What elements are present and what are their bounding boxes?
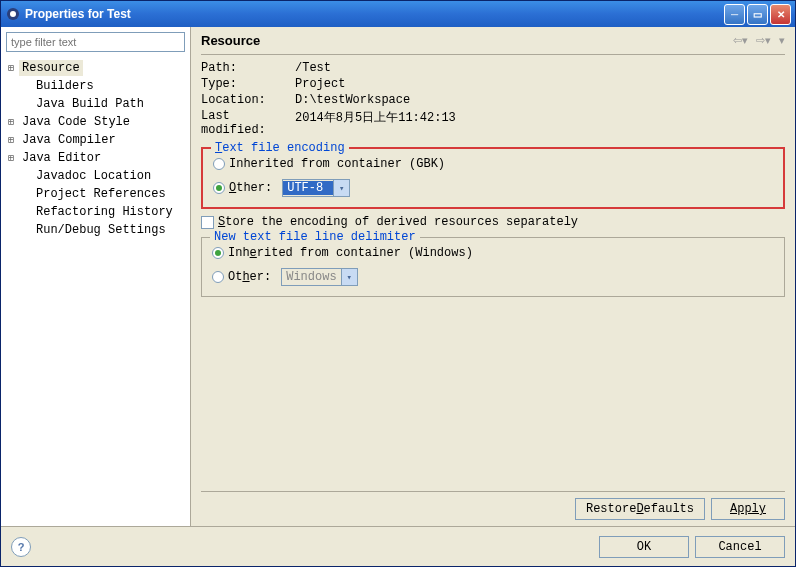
ok-button[interactable]: OK (599, 536, 689, 558)
tree-item[interactable]: ⊞Resource (5, 59, 186, 77)
back-icon[interactable]: ⇦▾ (733, 34, 748, 47)
menu-icon[interactable]: ▾ (779, 34, 785, 47)
encoding-value: UTF-8 (283, 181, 333, 195)
tree-item-label: Refactoring History (33, 204, 176, 220)
filter-input[interactable] (6, 32, 185, 52)
radio-icon[interactable] (213, 158, 225, 170)
tree-item-label: Java Build Path (33, 96, 147, 112)
encoding-group: Text file encoding Inherited from contai… (201, 147, 785, 209)
chevron-down-icon[interactable]: ▾ (333, 180, 349, 196)
restore-defaults-button[interactable]: Restore Defaults (575, 498, 705, 520)
tree-item[interactable]: ⊞Java Code Style (5, 113, 186, 131)
tree-item[interactable]: Builders (5, 77, 186, 95)
tree-item[interactable]: ⊞Java Compiler (5, 131, 186, 149)
properties: Path:/Test Type:Project Location:D:\test… (201, 61, 785, 139)
forward-icon[interactable]: ⇨▾ (756, 34, 771, 47)
radio-icon[interactable] (212, 247, 224, 259)
delimiter-other-label: Other: (228, 270, 271, 284)
help-icon[interactable]: ? (11, 537, 31, 557)
delimiter-legend: New text file line delimiter (210, 230, 420, 244)
tree-item[interactable]: Project References (5, 185, 186, 203)
cancel-button[interactable]: Cancel (695, 536, 785, 558)
tree-item-label: Project References (33, 186, 169, 202)
titlebar: Properties for Test ─ ▭ ✕ (1, 1, 795, 27)
delimiter-other-row[interactable]: Other: Windows ▾ (212, 268, 774, 286)
type-label: Type: (201, 77, 295, 91)
page-header: Resource ⇦▾ ⇨▾ ▾ (201, 33, 785, 55)
path-label: Path: (201, 61, 295, 75)
derived-label: Store the encoding of derived resources … (218, 215, 578, 229)
location-value: D:\testWorkspace (295, 93, 410, 107)
checkbox-icon[interactable] (201, 216, 214, 229)
expand-icon[interactable]: ⊞ (5, 116, 17, 128)
modified-label: Last modified: (201, 109, 295, 137)
button-row-top: Restore Defaults Apply (201, 491, 785, 526)
tree-item-label: Java Code Style (19, 114, 133, 130)
chevron-down-icon: ▾ (341, 269, 357, 285)
delimiter-combo: Windows ▾ (281, 268, 357, 286)
app-icon (5, 6, 21, 22)
left-pane: ⊞ResourceBuildersJava Build Path⊞Java Co… (1, 27, 191, 526)
tree-item-label: Resource (19, 60, 83, 76)
encoding-legend: Text file encoding (211, 141, 349, 155)
window-buttons: ─ ▭ ✕ (724, 4, 791, 25)
delimiter-value: Windows (282, 270, 340, 284)
encoding-other-row[interactable]: Other: UTF-8 ▾ (213, 179, 773, 197)
window: Properties for Test ─ ▭ ✕ ⊞ResourceBuild… (0, 0, 796, 567)
page-title: Resource (201, 33, 733, 48)
svg-point-1 (10, 11, 16, 17)
radio-icon[interactable] (212, 271, 224, 283)
apply-button[interactable]: Apply (711, 498, 785, 520)
maximize-button[interactable]: ▭ (747, 4, 768, 25)
tree-item-label: Java Editor (19, 150, 104, 166)
nav-tree: ⊞ResourceBuildersJava Build Path⊞Java Co… (1, 57, 190, 241)
derived-row[interactable]: Store the encoding of derived resources … (201, 215, 785, 229)
radio-icon[interactable] (213, 182, 225, 194)
footer: ? OK Cancel (1, 526, 795, 566)
tree-item-label: Javadoc Location (33, 168, 154, 184)
modified-value: 2014年8月5日上午11:42:13 (295, 109, 456, 137)
content: ⊞ResourceBuildersJava Build Path⊞Java Co… (1, 27, 795, 526)
encoding-inherited-label: Inherited from container (GBK) (229, 157, 445, 171)
delimiter-inherited-row[interactable]: Inherited from container (Windows) (212, 246, 774, 260)
tree-item[interactable]: Refactoring History (5, 203, 186, 221)
minimize-button[interactable]: ─ (724, 4, 745, 25)
tree-item[interactable]: Java Build Path (5, 95, 186, 113)
tree-item[interactable]: Run/Debug Settings (5, 221, 186, 239)
encoding-inherited-row[interactable]: Inherited from container (GBK) (213, 157, 773, 171)
location-label: Location: (201, 93, 295, 107)
expand-icon[interactable]: ⊞ (5, 62, 17, 74)
expand-icon[interactable]: ⊞ (5, 134, 17, 146)
delimiter-group: New text file line delimiter Inherited f… (201, 237, 785, 297)
header-nav: ⇦▾ ⇨▾ ▾ (733, 34, 785, 47)
tree-item-label: Run/Debug Settings (33, 222, 169, 238)
tree-item[interactable]: Javadoc Location (5, 167, 186, 185)
delimiter-inherited-label: Inherited from container (Windows) (228, 246, 473, 260)
close-button[interactable]: ✕ (770, 4, 791, 25)
tree-item-label: Builders (33, 78, 97, 94)
encoding-combo[interactable]: UTF-8 ▾ (282, 179, 350, 197)
expand-icon[interactable]: ⊞ (5, 152, 17, 164)
tree-item[interactable]: ⊞Java Editor (5, 149, 186, 167)
encoding-other-label: Other: (229, 181, 272, 195)
tree-item-label: Java Compiler (19, 132, 119, 148)
type-value: Project (295, 77, 345, 91)
titlebar-text: Properties for Test (25, 7, 724, 21)
path-value: /Test (295, 61, 331, 75)
right-pane: Resource ⇦▾ ⇨▾ ▾ Path:/Test Type:Project… (191, 27, 795, 526)
